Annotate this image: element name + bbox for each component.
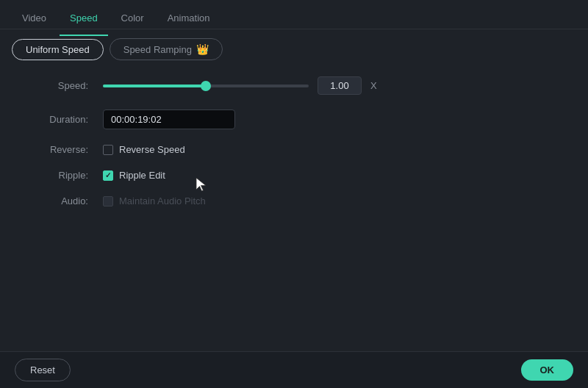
crown-icon: 👑 bbox=[196, 43, 209, 55]
speed-unit-label: X bbox=[370, 80, 377, 91]
ripple-checkbox-label: Ripple Edit bbox=[119, 170, 165, 181]
subtab-uniform-speed[interactable]: Uniform Speed bbox=[12, 39, 104, 60]
speed-value-input[interactable] bbox=[318, 76, 362, 95]
speed-controls: X bbox=[103, 76, 559, 95]
ripple-checkbox[interactable] bbox=[103, 170, 113, 181]
audio-checkbox-row: Maintain Audio Pitch bbox=[103, 195, 206, 206]
reverse-checkbox-row: Reverse Speed bbox=[103, 144, 185, 155]
ripple-row: Ripple: Ripple Edit bbox=[29, 170, 559, 181]
reset-button[interactable]: Reset bbox=[15, 359, 71, 381]
audio-row: Audio: Maintain Audio Pitch bbox=[29, 195, 559, 206]
speed-row: Speed: X bbox=[29, 76, 559, 95]
top-nav: Video Speed Color Animation bbox=[0, 0, 588, 29]
reverse-checkbox[interactable] bbox=[103, 145, 113, 155]
ripple-label: Ripple: bbox=[29, 170, 88, 181]
tab-animation[interactable]: Animation bbox=[157, 8, 220, 28]
duration-input[interactable] bbox=[103, 109, 235, 129]
speed-slider-thumb[interactable] bbox=[201, 81, 211, 91]
duration-row: Duration: bbox=[29, 109, 559, 129]
reverse-row: Reverse: Reverse Speed bbox=[29, 144, 559, 155]
duration-label: Duration: bbox=[29, 114, 88, 125]
audio-label: Audio: bbox=[29, 195, 88, 206]
subtab-speed-ramping[interactable]: Speed Ramping 👑 bbox=[110, 38, 223, 60]
tab-video[interactable]: Video bbox=[12, 8, 57, 28]
speed-slider-track[interactable] bbox=[103, 85, 309, 87]
audio-checkbox-label: Maintain Audio Pitch bbox=[119, 195, 206, 206]
speed-slider-fill bbox=[103, 85, 206, 87]
ripple-checkbox-row: Ripple Edit bbox=[103, 170, 165, 181]
tab-speed[interactable]: Speed bbox=[60, 8, 108, 28]
bottom-bar: Reset OK bbox=[0, 351, 588, 388]
speed-label: Speed: bbox=[29, 80, 88, 91]
tab-color[interactable]: Color bbox=[111, 8, 154, 28]
audio-checkbox[interactable] bbox=[103, 196, 113, 206]
reverse-checkbox-label: Reverse Speed bbox=[119, 144, 185, 155]
form-area: Speed: X Duration: Reverse: Reverse Spee… bbox=[0, 69, 588, 229]
reverse-label: Reverse: bbox=[29, 144, 88, 155]
subtab-speed-ramping-label: Speed Ramping bbox=[123, 44, 192, 55]
ok-button[interactable]: OK bbox=[521, 359, 574, 381]
